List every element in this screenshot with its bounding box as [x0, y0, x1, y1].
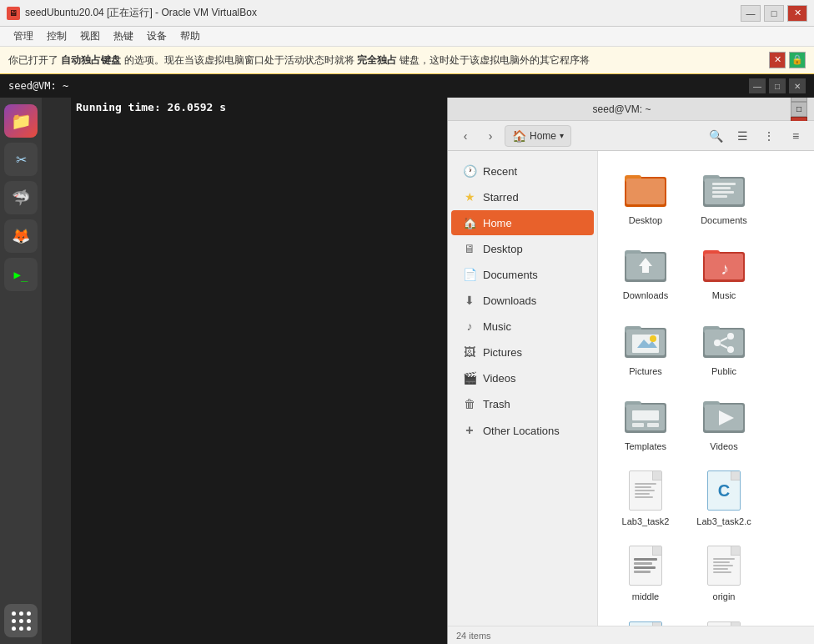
vbox-minimize-button[interactable]: — — [741, 5, 761, 22]
chevron-down-icon: ▾ — [560, 131, 564, 140]
svg-rect-9 — [712, 195, 727, 198]
documents-folder-icon — [702, 168, 746, 211]
documents-folder-label: Documents — [701, 214, 747, 226]
taskbar-wireshark-app[interactable]: 🦈 — [4, 181, 38, 214]
fm-view-list-button[interactable]: ☰ — [731, 125, 754, 147]
vm-content: seed@VM: ~ — □ ✕ 📁 ✂ — [0, 74, 814, 644]
sidebar-label-documents: Documents — [483, 269, 538, 281]
file-item-music[interactable]: ♪ Music — [686, 236, 761, 308]
fm-body: 🕐 Recent ★ Starred 🏠 Home 🖥 — [448, 151, 814, 626]
svg-rect-36 — [632, 423, 644, 427]
file-item-originc[interactable]: C origin.c — [608, 613, 683, 626]
recent-icon: 🕐 — [463, 164, 476, 178]
desktop-folder-label: Desktop — [629, 214, 662, 226]
fm-statusbar: 24 items — [448, 626, 814, 644]
running-time-text: Running time: 26.0592 s — [76, 101, 442, 113]
taskbar-screenshot-app[interactable]: ✂ — [4, 143, 38, 176]
notification-lock-button[interactable]: 🔒 — [789, 52, 806, 68]
vbox-icon: 🖥 — [7, 7, 20, 20]
fm-location-label: Home — [530, 130, 556, 142]
videos-folder-icon — [702, 394, 746, 437]
starred-icon: ★ — [463, 190, 476, 204]
originc-file-icon: C — [624, 620, 667, 626]
trash-nav-icon: 🗑 — [463, 397, 476, 410]
out1bin-file-icon — [702, 620, 746, 626]
sidebar-item-recent[interactable]: 🕐 Recent — [451, 158, 594, 184]
fm-toolbar-right: 🔍 ☰ ⋮ ≡ — [704, 125, 807, 147]
middle-file-label: middle — [632, 591, 659, 602]
vm-terminal-maximize[interactable]: □ — [769, 78, 786, 93]
left-panel: 📁 ✂ 🦈 🦊 ▶_ — [0, 98, 71, 644]
file-item-videos[interactable]: Videos — [686, 387, 761, 459]
fm-back-button[interactable]: ‹ — [455, 125, 476, 147]
vbox-window-controls: — □ ✕ — [741, 5, 807, 22]
notification-bar: 你已打开了 自动独占键盘 的选项。现在当该虚拟电脑窗口处于活动状态时就将 完全独… — [0, 47, 814, 74]
sidebar-item-desktop[interactable]: 🖥 Desktop — [451, 236, 594, 261]
taskbar-terminal-app[interactable]: ▶_ — [4, 258, 38, 291]
vbox-titlebar: 🖥 seedUbuntu20.04 [正在运行] - Oracle VM Vir… — [0, 0, 814, 27]
svg-point-27 — [714, 340, 721, 346]
file-item-desktop[interactable]: Desktop — [608, 161, 683, 233]
sidebar-item-trash[interactable]: 🗑 Trash — [451, 391, 594, 416]
menu-hotkeys[interactable]: 热键 — [107, 28, 140, 45]
sidebar-item-other-locations[interactable]: + Other Locations — [451, 417, 594, 444]
sidebar-item-pictures[interactable]: 🖼 Pictures — [451, 340, 594, 365]
apps-dot — [12, 619, 16, 623]
fm-status-text: 24 items — [456, 631, 491, 641]
sidebar-label-music: Music — [483, 320, 511, 333]
fm-file-grid: Desktop — [598, 151, 814, 626]
fm-toolbar: ‹ › 🏠 Home ▾ 🔍 ☰ ⋮ ≡ — [448, 121, 814, 151]
vm-terminal-controls: — □ ✕ — [749, 78, 806, 93]
templates-folder-label: Templates — [625, 440, 666, 452]
svg-text:♪: ♪ — [721, 259, 729, 278]
fm-breadcrumb-home[interactable]: 🏠 Home ▾ — [505, 125, 571, 147]
vbox-maximize-button[interactable]: □ — [764, 5, 784, 22]
menu-devices[interactable]: 设备 — [140, 28, 173, 45]
sidebar-label-videos: Videos — [483, 372, 516, 385]
file-item-lab3-task2[interactable]: Lab3_task2 — [608, 462, 683, 534]
taskbar-apps-grid[interactable] — [4, 604, 38, 637]
fm-view-options-button[interactable]: ⋮ — [757, 125, 781, 147]
sidebar-item-starred[interactable]: ★ Starred — [451, 184, 594, 209]
vbox-menubar: 管理 控制 视图 热键 设备 帮助 — [0, 27, 814, 47]
vbox-close-button[interactable]: ✕ — [787, 5, 807, 22]
sidebar-item-home[interactable]: 🏠 Home — [451, 210, 594, 235]
files-icon: 📁 — [11, 111, 32, 131]
fm-search-button[interactable]: 🔍 — [704, 125, 727, 147]
file-item-out1bin[interactable]: out1.bin — [686, 613, 761, 626]
file-item-lab3-task2c[interactable]: C Lab3_task2.c — [686, 462, 761, 534]
file-item-downloads[interactable]: Downloads — [608, 236, 683, 308]
fm-maximize-button[interactable]: □ — [791, 102, 807, 117]
fm-menu-button[interactable]: ≡ — [784, 125, 807, 147]
vm-terminal-minimize[interactable]: — — [749, 78, 766, 93]
videos-folder-label: Videos — [710, 440, 737, 452]
sidebar-item-downloads[interactable]: ⬇ Downloads — [451, 288, 594, 313]
svg-rect-7 — [712, 187, 731, 189]
vm-terminal-close[interactable]: ✕ — [789, 78, 806, 93]
file-item-templates[interactable]: Templates — [608, 387, 683, 459]
apps-dot — [27, 611, 31, 616]
notification-close-button[interactable]: ✕ — [769, 52, 786, 68]
file-item-middle[interactable]: middle — [608, 537, 683, 609]
file-item-documents[interactable]: Documents — [686, 161, 761, 233]
taskbar-files-app[interactable]: 📁 — [4, 104, 38, 138]
file-item-origin[interactable]: origin — [686, 537, 761, 609]
file-item-pictures[interactable]: Pictures — [608, 312, 683, 384]
sidebar-item-music[interactable]: ♪ Music — [451, 314, 594, 339]
sidebar-item-documents[interactable]: 📄 Documents — [451, 262, 594, 287]
desktop-folder-icon — [624, 168, 667, 211]
svg-rect-35 — [632, 410, 659, 420]
sidebar-item-videos[interactable]: 🎬 Videos — [451, 365, 594, 390]
file-item-public[interactable]: Public — [686, 312, 761, 384]
wireshark-icon: 🦈 — [12, 189, 30, 207]
menu-view[interactable]: 视图 — [73, 28, 107, 45]
apps-dot — [27, 626, 31, 631]
documents-nav-icon: 📄 — [463, 268, 476, 281]
menu-manage[interactable]: 管理 — [7, 28, 40, 45]
menu-control[interactable]: 控制 — [40, 28, 73, 45]
taskbar-firefox-app[interactable]: 🦊 — [4, 219, 38, 253]
fm-forward-button[interactable]: › — [480, 125, 501, 147]
menu-help[interactable]: 帮助 — [173, 28, 207, 45]
home-nav-icon: 🏠 — [463, 216, 476, 229]
apps-dot — [12, 626, 16, 631]
